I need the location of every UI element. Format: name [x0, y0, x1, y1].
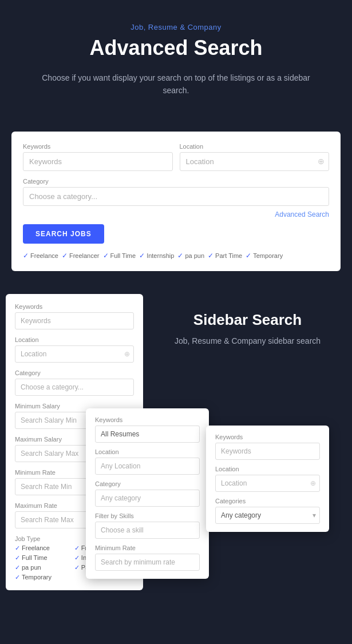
tag-freelancer: ✓ Freelancer [62, 252, 100, 260]
sc-location-input[interactable] [15, 345, 134, 363]
check-icon: ✓ [177, 252, 183, 260]
check-icon: ✓ [15, 554, 20, 562]
tag-papun: ✓ pa pun [177, 252, 204, 260]
check-icon: ✓ [74, 554, 80, 562]
category-label: Category [23, 178, 329, 185]
check-icon: ✓ [246, 252, 251, 260]
tag-freelance: ✓ Freelance [23, 252, 58, 260]
jt-papun: ✓pa pun [15, 564, 72, 571]
check-icon: ✓ [74, 564, 80, 571]
keywords-label: Keywords [23, 143, 173, 150]
check-icon: ✓ [74, 544, 80, 552]
jt-temporary: ✓Temporary [15, 574, 72, 581]
location-icon: ⊕ [124, 350, 130, 358]
sc-keywords-label: Keywords [15, 303, 134, 310]
fj-categories-label: Categories [215, 498, 320, 504]
fr-location-input[interactable] [95, 458, 200, 475]
location-icon: ⊕ [318, 157, 325, 166]
location-input[interactable] [180, 152, 330, 171]
tag-parttime: ✓ Part Time [208, 252, 242, 260]
floating-job-card: Keywords Location ⊕ Categories Any categ… [206, 426, 329, 532]
category-input[interactable] [23, 187, 329, 206]
sc-location-label: Location [15, 336, 134, 343]
tag-internship: ✓ Internship [139, 252, 174, 260]
search-jobs-button[interactable]: SEARCH JOBS [23, 224, 104, 244]
fr-category-input[interactable] [95, 490, 200, 507]
keywords-field: Keywords [23, 143, 173, 171]
fr-skills-input[interactable] [95, 522, 200, 539]
tag-temporary: ✓ Temporary [246, 252, 283, 260]
tag-fulltime: ✓ Full Time [103, 252, 136, 260]
jt-fulltime: ✓Full Time [15, 554, 72, 562]
check-icon: ✓ [62, 252, 68, 260]
tag-list: ✓ Freelance ✓ Freelancer ✓ Full Time ✓ I… [23, 252, 329, 260]
fj-categories-select[interactable]: Any category [215, 507, 320, 524]
check-icon: ✓ [103, 252, 109, 260]
sidebar-section-description: Job, Resume & Company sidebar search [160, 335, 335, 347]
sidebar-section-title: Sidebar Search [160, 311, 335, 329]
sc-category-input[interactable] [15, 379, 134, 396]
check-icon: ✓ [139, 252, 145, 260]
jt-freelance: ✓Freelance [15, 544, 72, 552]
fr-minrate-input[interactable] [95, 554, 200, 571]
fr-keywords-input[interactable] [95, 426, 200, 443]
fr-skills-label: Filter by Skills [95, 512, 200, 519]
location-field: Location ⊕ [180, 143, 330, 171]
fj-location-input[interactable] [215, 475, 320, 492]
sc-category-label: Category [15, 369, 134, 376]
category-field: Category [23, 178, 329, 206]
location-label: Location [180, 143, 330, 150]
hero-section: Job, Resume & Company Advanced Search Ch… [0, 0, 352, 114]
hero-title: Advanced Search [11, 36, 341, 60]
fr-keywords-label: Keywords [95, 416, 200, 423]
fj-keywords-label: Keywords [215, 434, 320, 440]
hero-description: Choose if you want display your search o… [33, 71, 319, 97]
hero-subtitle: Job, Resume & Company [11, 23, 341, 31]
fr-category-label: Category [95, 480, 200, 487]
check-icon: ✓ [15, 564, 20, 571]
keywords-input[interactable] [23, 152, 173, 171]
check-icon: ✓ [23, 252, 29, 260]
advanced-search-card: Keywords Location ⊕ Category Advanced Se… [11, 132, 341, 271]
check-icon: ✓ [15, 544, 20, 552]
fr-location-label: Location [95, 448, 200, 455]
check-icon: ✓ [15, 574, 20, 581]
sc-keywords-input[interactable] [15, 312, 134, 329]
fj-keywords-input[interactable] [215, 443, 320, 460]
location-icon: ⊕ [310, 479, 316, 487]
sidebar-section: Keywords Location ⊕ Category Minimum Sal… [0, 294, 352, 625]
check-icon: ✓ [208, 252, 213, 260]
fr-minrate-label: Minimum Rate [95, 544, 200, 551]
floating-resume-card: Keywords Location Category Filter by Ski… [86, 408, 209, 579]
advanced-search-link[interactable]: Advanced Search [23, 210, 329, 218]
fj-location-label: Location [215, 466, 320, 472]
